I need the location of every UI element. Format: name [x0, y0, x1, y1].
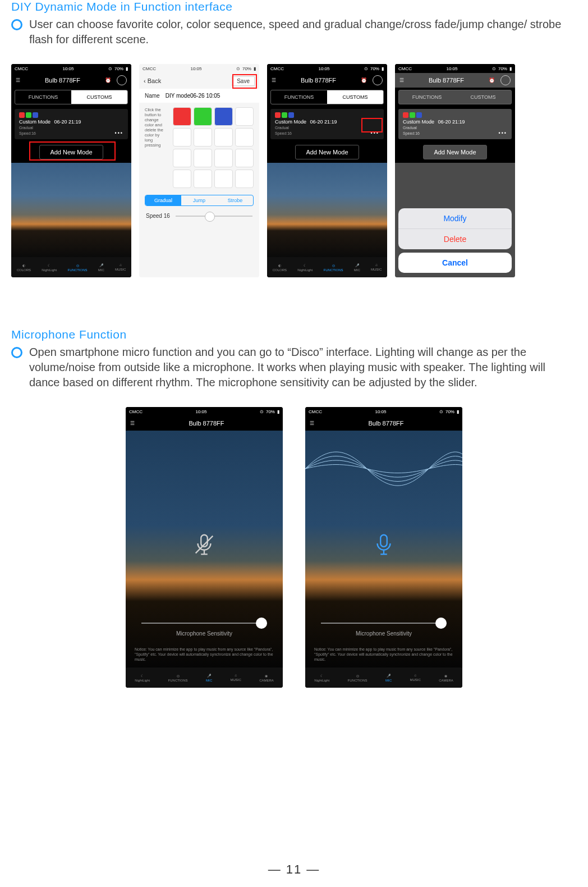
device-title: Bulb 8778FF: [429, 77, 464, 84]
power-icon[interactable]: [373, 75, 383, 85]
mic-off-icon[interactable]: [191, 532, 217, 557]
section2-text: Open smartphone micro function and you c…: [29, 345, 577, 390]
status-bar: CMCC 10:05 ⊙70%▮: [126, 407, 283, 416]
tab-customs[interactable]: CUSTOMS: [71, 90, 127, 104]
nav-mic[interactable]: 🎤MIC: [385, 674, 392, 682]
speed-label: Speed 16: [146, 213, 170, 219]
nav-nightlight[interactable]: ☾NightLight: [314, 674, 329, 682]
tab-customs[interactable]: CUSTOMS: [327, 90, 383, 104]
battery: ⊙70%▮: [260, 409, 279, 414]
carrier: CMCC: [309, 409, 322, 414]
screenshot-row-1: CMCC 10:05 ⊙70%▮ ☰ Bulb 8778FF ⏰ FUNCTIO…: [11, 64, 577, 277]
add-new-mode-button[interactable]: Add New Mode: [423, 145, 486, 159]
nav-functions[interactable]: ◎FUNCTIONS: [348, 674, 368, 682]
add-new-mode-button[interactable]: Add New Mode: [295, 145, 359, 159]
tab-functions[interactable]: FUNCTIONS: [15, 90, 71, 104]
timer-icon[interactable]: ⏰: [105, 77, 111, 83]
mode-speed: Speed:16: [275, 131, 292, 135]
app-header: ☰ Bulb 8778FF: [126, 416, 283, 431]
custom-mode-row[interactable]: Custom Mode 06-20 21:19 Gradual Speed:16…: [270, 109, 384, 139]
screenshot-mic-on: CMCC 10:05 ⊙70%▮ ☰ Bulb 8778FF: [305, 407, 462, 688]
nav-music[interactable]: ♫MUSIC: [115, 263, 126, 271]
name-input[interactable]: [164, 92, 254, 99]
status-bar: CMCC 10:05 ⊙70%▮: [11, 64, 131, 73]
mode-segment[interactable]: Gradual Jump Strobe: [145, 195, 254, 206]
mode-speed: Speed:16: [19, 131, 36, 135]
nav-music[interactable]: ♫MUSIC: [410, 674, 420, 682]
timer-icon[interactable]: ⏰: [489, 77, 495, 83]
nav-nightlight[interactable]: ☾NightLight: [42, 263, 57, 272]
app-header: ☰ Bulb 8778FF: [305, 416, 462, 431]
tab-functions[interactable]: FUNCTIONS: [399, 90, 455, 104]
power-icon[interactable]: [500, 75, 511, 85]
nav-functions[interactable]: ◎FUNCTIONS: [168, 674, 188, 682]
nav-mic[interactable]: 🎤MIC: [354, 263, 360, 272]
nav-functions[interactable]: ◎FUNCTIONS: [324, 263, 343, 272]
speed-slider[interactable]: [176, 216, 252, 217]
more-icon[interactable]: •••: [499, 130, 507, 136]
hint-text: Click the button to change color and del…: [145, 107, 168, 188]
section1-text: User can choose favorite color, color se…: [29, 17, 577, 47]
nav-nightlight[interactable]: ☾NightLight: [135, 674, 150, 682]
nav-music[interactable]: ♫MUSIC: [230, 674, 241, 682]
menu-icon[interactable]: ☰: [399, 77, 404, 83]
menu-icon[interactable]: ☰: [272, 77, 276, 83]
battery: ⊙70%▮: [439, 409, 459, 414]
mode-gradual: Gradual: [403, 126, 417, 130]
cancel-button[interactable]: Cancel: [398, 253, 512, 273]
tab-functions[interactable]: FUNCTIONS: [271, 90, 327, 104]
clock: 10:05: [318, 66, 329, 71]
bottom-nav: ◐COLORS ☾NightLight ◎FUNCTIONS 🎤MIC ♫MUS…: [267, 257, 387, 277]
highlight-box: [361, 118, 383, 132]
sensitivity-slider[interactable]: [321, 623, 447, 624]
tab-customs[interactable]: CUSTOMS: [455, 90, 511, 104]
nav-camera[interactable]: ◉CAMERA: [439, 674, 453, 682]
mode-title: Custom Mode: [403, 119, 434, 125]
custom-mode-row[interactable]: Custom Mode 06-20 21:19 Gradual Speed:16…: [15, 109, 128, 139]
back-button[interactable]: ‹ Back: [144, 77, 161, 84]
nav-colors[interactable]: ◐COLORS: [17, 263, 31, 272]
section2-title: Microphone Function: [11, 328, 577, 341]
menu-icon[interactable]: ☰: [130, 420, 135, 426]
timer-icon[interactable]: ⏰: [361, 77, 367, 83]
nav-mic[interactable]: 🎤MIC: [98, 263, 104, 272]
more-icon[interactable]: •••: [115, 130, 123, 136]
mic-notice: Notice: You can minimize the app to play…: [126, 647, 283, 667]
section1-title: DIY Dynamic Mode in Function interface: [11, 0, 577, 13]
nav-mic[interactable]: 🎤MIC: [206, 674, 212, 682]
highlight-box: [232, 74, 257, 89]
carrier: CMCC: [398, 66, 412, 71]
menu-icon[interactable]: ☰: [16, 77, 20, 83]
name-field-row: Name: [139, 89, 259, 103]
mode-timestamp: 06-20 21:19: [310, 119, 337, 125]
custom-mode-row: Custom Mode 06-20 21:19 Gradual Speed:16…: [398, 109, 512, 139]
seg-strobe[interactable]: Strobe: [217, 195, 253, 205]
nav-functions[interactable]: ◎FUNCTIONS: [68, 263, 88, 272]
mode-title: Custom Mode: [19, 119, 50, 125]
menu-icon[interactable]: ☰: [310, 420, 314, 426]
color-swatches: [19, 112, 123, 118]
seg-gradual[interactable]: Gradual: [145, 195, 181, 205]
tabs: FUNCTIONS CUSTOMS: [15, 90, 128, 104]
tabs: FUNCTIONS CUSTOMS: [270, 90, 384, 104]
nav-music[interactable]: ♫MUSIC: [371, 263, 382, 271]
delete-button[interactable]: Delete: [398, 229, 512, 249]
nav-nightlight[interactable]: ☾NightLight: [297, 263, 313, 272]
color-grid[interactable]: [173, 107, 254, 188]
screenshot-2: CMCC 10:05 ⊙70%▮ ‹ Back Save Name Click …: [139, 64, 259, 277]
modify-button[interactable]: Modify: [398, 208, 512, 229]
mic-on-icon[interactable]: [371, 532, 397, 557]
action-sheet: Modify Delete Cancel: [398, 208, 512, 273]
mode-timestamp: 06-20 21:19: [438, 119, 465, 125]
mic-area: Microphone Sensitivity Notice: You can m…: [126, 431, 283, 667]
nav-camera[interactable]: ◉CAMERA: [259, 674, 274, 682]
seg-jump[interactable]: Jump: [181, 195, 217, 205]
screenshot-3: CMCC 10:05 ⊙70%▮ ☰ Bulb 8778FF ⏰ FUNCTIO…: [267, 64, 387, 277]
carrier: CMCC: [15, 66, 28, 71]
power-icon[interactable]: [117, 75, 127, 85]
nav-colors[interactable]: ◐COLORS: [273, 263, 287, 272]
sensitivity-slider[interactable]: [141, 623, 267, 624]
sensitivity-label: Microphone Sensitivity: [176, 630, 232, 637]
page-number: — 11 —: [0, 862, 588, 877]
mode-gradual: Gradual: [275, 126, 289, 130]
